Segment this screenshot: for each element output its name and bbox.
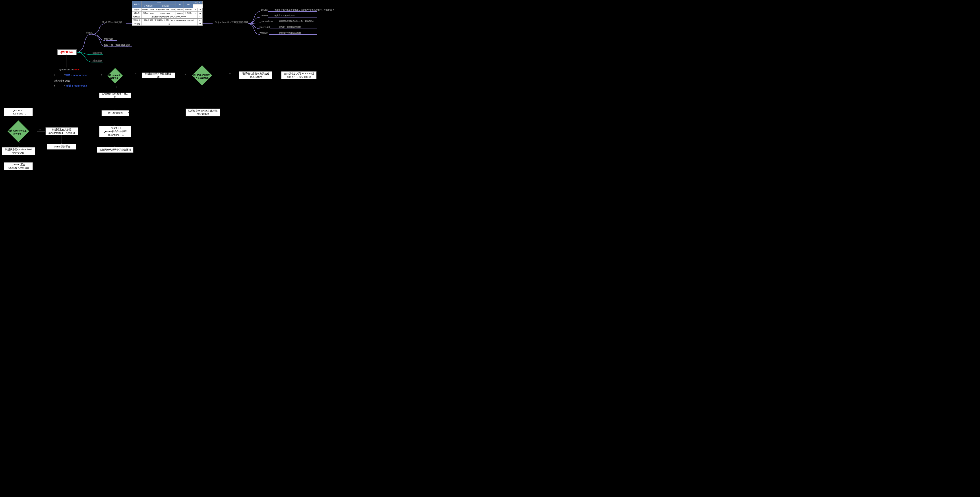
diamond-recur: 判断_recursions是否等于0 (8, 121, 29, 142)
recur-name: _recursions (259, 20, 273, 22)
brace-close: } (54, 84, 55, 87)
obj-head: 对象头 (86, 31, 93, 35)
owner-name: _owner (259, 14, 268, 17)
box-y1: 说明当前锁对象没有被占用 (99, 92, 131, 98)
a9 (202, 87, 202, 107)
y-2: Y (203, 96, 205, 98)
obj-monitor: ObjectMonitor对象监视器对象 (215, 21, 248, 24)
y-3: Y (19, 142, 21, 144)
n-3: N (40, 129, 41, 131)
box-n1: 说明当前锁对象已经被占用 (142, 72, 175, 78)
sync-title: synchronized(this) (59, 68, 80, 71)
comment: //执行业务逻辑 (54, 79, 70, 83)
lock-label: 加锁：monitorenter (65, 73, 88, 77)
exit-y2: _owner 置空当前线程完全释放锁 (4, 162, 33, 170)
inst-data: 实例数据 (92, 52, 102, 55)
e2 (37, 131, 45, 132)
owner-desc: 锁定当前对象的线程ID (275, 14, 294, 17)
wait-name: WaitSet (259, 32, 268, 34)
exit-n2: _owner保持不变 (47, 144, 76, 150)
n-2: N (229, 72, 231, 75)
arrow-unlock (59, 86, 64, 86)
y-1: Y (116, 86, 117, 88)
diamond-owner: 判断_owner指向的是否是当前线程 (192, 65, 212, 86)
box-y4: 执行同步代码块中的业务逻辑 (97, 147, 134, 153)
box-y3: _count + 1_owner指向当前线程_recursions + 1 (99, 126, 131, 137)
a4 (272, 75, 281, 75)
exit-n1: 说明还没有从多层synchronized中完全退出 (45, 127, 78, 135)
box-n2: 说明锁定当前对象的线程是其它线程 (239, 71, 272, 79)
arrow-root (66, 56, 67, 68)
a8 (115, 137, 115, 146)
exit-y1: 说明从多层synchronized中完全退出 (2, 147, 35, 155)
unlock-label: 解锁：monitorexit (67, 84, 87, 87)
box-y2: 执行加锁操作 (102, 110, 129, 116)
a2 (175, 75, 185, 75)
recur-desc: 表示同步代码块的嵌入次数，初始值为0 (279, 20, 314, 23)
box-n3: 当前线程加入到_EntryList阻塞队列中，等待获取锁 (281, 71, 317, 79)
n-1: N (135, 72, 137, 75)
a5 (115, 83, 115, 92)
a3 (221, 75, 239, 75)
arrow-lock (59, 75, 64, 75)
entry-desc: 存放处于阻塞状态的线程 (279, 26, 301, 29)
arrow-to-d1 (92, 75, 101, 75)
mark-word: Mark Word标记字 (102, 21, 122, 24)
a6 (115, 98, 115, 110)
mark-word-table: 锁状态 56bit 1bit 4bit 1bit 2bit 是否偏向锁锁标志位 … (132, 1, 203, 26)
type-ptr: 类型指针 (103, 37, 113, 41)
count-desc: 表示当前锁对象是否被锁定，初始值为0；每次加锁+1，每次解锁 -1 (275, 8, 334, 11)
brace-open: { (54, 73, 55, 76)
e0a (71, 87, 71, 101)
arr-len: 数组长度（数组对象的话） (103, 44, 133, 47)
diamond-count: 判断_count是否等于0 (107, 68, 123, 84)
exit-b1: _count - 1_recursions - 1 (4, 108, 33, 116)
a7 (115, 116, 115, 125)
a1 (130, 75, 141, 75)
wait-desc: 存放处于等待状态的线程 (279, 32, 301, 34)
box-same: 说明锁定当前对象的线程就是当前线程 (186, 108, 220, 116)
count-name: _count (259, 8, 267, 11)
padding: 对齐填充 (92, 59, 102, 62)
entry-name: EntryList (259, 26, 270, 29)
